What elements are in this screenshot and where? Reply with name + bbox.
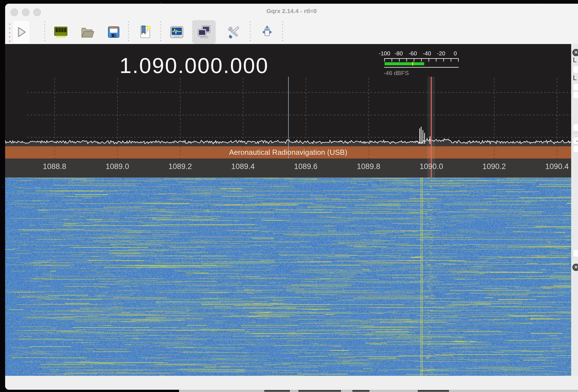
meter-tick-label: 0 xyxy=(454,50,457,57)
panel-control[interactable] xyxy=(573,66,578,73)
folder-icon xyxy=(81,26,94,38)
meter-level-bar xyxy=(384,62,425,66)
receiver-panel: 1.090.000.000 -100-80-60-40-200 -46 dBFS… xyxy=(5,44,571,178)
frequency-axis-label: 1090.0 xyxy=(420,159,443,174)
frequency-axis-label: 1090.2 xyxy=(483,159,506,174)
background-window-text xyxy=(352,390,369,392)
desktop-noise xyxy=(1,2,2,3)
frequency-axis-label: 1088.8 xyxy=(43,159,66,174)
frequency-axis-label: 1090.4 xyxy=(545,159,569,174)
signal-strength-meter: -100-80-60-40-200 -46 dBFS xyxy=(380,50,465,79)
play-icon xyxy=(15,26,28,38)
close-panel-icon[interactable]: ✕ xyxy=(572,264,578,271)
chevron-down-icon[interactable]: ⌄ xyxy=(573,137,578,144)
bookmarks-button[interactable] xyxy=(136,20,154,44)
panel-label: L xyxy=(573,74,577,82)
pan-arrows-icon xyxy=(260,25,274,39)
memory-board-icon xyxy=(54,26,68,38)
meter-peak-marker xyxy=(412,62,413,66)
panel-control[interactable] xyxy=(573,145,578,153)
frequency-axis-label: 1089.0 xyxy=(106,159,129,174)
background-window-text xyxy=(418,390,449,392)
fullscreen-button[interactable] xyxy=(258,20,276,44)
panel-label: L xyxy=(573,56,577,64)
toolbar-separator xyxy=(44,21,45,43)
meter-ruler xyxy=(384,58,459,62)
frequency-axis-label: 1089.2 xyxy=(169,159,192,174)
meter-tick-label: -60 xyxy=(409,50,417,57)
tools-button[interactable] xyxy=(226,20,243,44)
floppy-disk-icon xyxy=(107,26,120,39)
meter-readout: -46 dBFS xyxy=(384,70,409,76)
open-file-button[interactable] xyxy=(79,20,96,44)
waterfall-display[interactable] xyxy=(5,178,571,376)
bookmark-icon xyxy=(138,25,151,39)
start-dsp-button[interactable] xyxy=(13,20,30,44)
panel-control[interactable] xyxy=(573,91,578,99)
frequency-axis-label: 1089.4 xyxy=(231,159,255,174)
frequency-display[interactable]: 1.090.000.000 xyxy=(5,53,383,78)
tools-icon xyxy=(228,25,241,39)
computers-icon xyxy=(197,25,211,39)
background-window-sliver xyxy=(179,390,578,392)
panel-separator xyxy=(572,133,578,133)
background-window-text xyxy=(264,390,290,392)
meter-tick-label: -80 xyxy=(394,50,403,57)
frequency-axis-label: 1089.8 xyxy=(357,159,381,174)
background-window-text xyxy=(298,390,341,392)
meter-tick-label: -20 xyxy=(437,50,445,57)
toolbar-separator xyxy=(282,21,283,43)
status-bar xyxy=(5,376,578,390)
close-panel-icon[interactable]: ✕ xyxy=(572,49,578,56)
save-file-button[interactable] xyxy=(105,20,122,44)
panel-control[interactable] xyxy=(573,249,578,257)
docked-panel-sliver: ✕ L L ⌄ ✕ xyxy=(571,44,578,380)
panel-control[interactable] xyxy=(573,124,578,131)
meter-tick-label: -40 xyxy=(423,50,431,57)
meter-tick-label: -100 xyxy=(379,50,390,57)
window-header: Gqrx 2.14.4 - rtl=0 xyxy=(5,4,578,45)
meter-baseline xyxy=(384,67,459,68)
panel-control[interactable] xyxy=(573,83,578,91)
toolbar-separator xyxy=(128,21,129,43)
bandplan-label: Aeronautical Radionavigation (USB) xyxy=(5,146,571,159)
oscilloscope-icon xyxy=(170,26,184,38)
fft-settings-button[interactable] xyxy=(168,20,186,44)
desktop: Gqrx 2.14.4 - rtl=0 xyxy=(0,0,578,392)
remote-control-button[interactable] xyxy=(192,20,216,44)
toolbar-separator xyxy=(250,21,251,43)
toolbar-separator xyxy=(160,21,161,43)
gqrx-window: Gqrx 2.14.4 - rtl=0 xyxy=(5,4,578,390)
toolbar-drag-handle[interactable] xyxy=(9,24,10,42)
frequency-axis-label: 1089.6 xyxy=(294,159,318,174)
configure-io-button[interactable] xyxy=(52,20,70,44)
window-title: Gqrx 2.14.4 - rtl=0 xyxy=(5,8,578,14)
